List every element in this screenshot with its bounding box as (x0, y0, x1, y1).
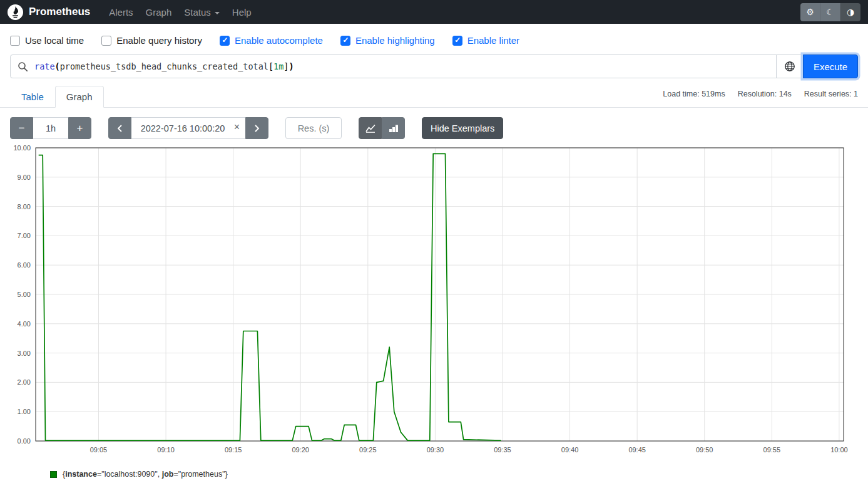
prometheus-logo (8, 4, 23, 20)
tab-table[interactable]: Table (10, 86, 55, 108)
globe-icon (784, 61, 795, 72)
checkbox-use-local-time[interactable]: Use local time (10, 35, 84, 46)
query-stats: Load time: 519ms Resolution: 14s Result … (663, 86, 858, 98)
chart-type-group (359, 117, 405, 139)
checkbox-label: Use local time (25, 35, 84, 46)
checkbox-label: Enable linter (467, 35, 519, 46)
legend-swatch (50, 471, 57, 478)
top-navbar: Prometheus Alerts Graph Status Help ⚙ ☾ … (0, 0, 868, 24)
x-tick-label: 09:40 (561, 446, 579, 454)
query-options-row: Use local time Enable query history Enab… (0, 24, 868, 54)
nav-status[interactable]: Status (178, 3, 226, 21)
y-tick-label: 2.00 (18, 378, 31, 386)
query-token: ] (283, 61, 288, 71)
x-tick-label: 09:30 (427, 446, 444, 454)
checkbox-label: Enable autocomplete (235, 35, 323, 46)
query-token: [ (268, 61, 273, 71)
y-tick-label: 8.00 (18, 203, 31, 210)
range-increase-button[interactable]: + (68, 117, 91, 139)
settings-button[interactable]: ⚙ (800, 3, 820, 21)
series-line (39, 153, 501, 440)
y-tick-label: 5.00 (18, 291, 31, 298)
query-token: prometheus_tsdb_head_chunks_created_tota… (60, 61, 268, 71)
y-tick-label: 9.00 (18, 174, 31, 181)
load-time-stat: Load time: 519ms (663, 90, 725, 98)
checkbox-enable-query-history[interactable]: Enable query history (101, 35, 202, 46)
checkbox-enable-highlighting[interactable]: Enable highlighting (340, 35, 435, 46)
query-expression-input[interactable]: rate(prometheus_tsdb_head_chunks_created… (34, 55, 776, 78)
y-tick-label: 6.00 (18, 261, 31, 269)
time-group: × (108, 117, 268, 139)
graph-panel: 09:0509:1009:1509:2009:2509:3009:3509:40… (5, 145, 858, 457)
time-back-button[interactable] (108, 117, 131, 139)
nav-help[interactable]: Help (226, 3, 258, 21)
auto-theme-button[interactable]: ◑ (840, 3, 860, 21)
checkbox-enable-autocomplete[interactable]: Enable autocomplete (220, 35, 323, 46)
x-tick-label: 09:25 (359, 446, 377, 454)
checkbox-icon[interactable] (101, 36, 111, 46)
query-input-group[interactable]: rate(prometheus_tsdb_head_chunks_created… (10, 54, 803, 78)
checkbox-label: Enable highlighting (355, 35, 435, 46)
x-tick-label: 09:35 (494, 446, 511, 454)
checkbox-checked-icon[interactable] (340, 36, 350, 46)
x-tick-label: 09:20 (292, 446, 309, 454)
x-tick-label: 09:10 (157, 446, 175, 454)
checkbox-icon[interactable] (10, 36, 20, 46)
range-decrease-button[interactable]: − (10, 117, 33, 139)
stacked-chart-toggle-button[interactable] (382, 117, 405, 139)
gear-icon: ⚙ (806, 7, 814, 17)
query-token: ( (55, 61, 60, 71)
nav-links: Alerts Graph Status Help (103, 3, 800, 21)
legend[interactable]: {instance="localhost:9090", job="prometh… (50, 470, 868, 479)
search-icon (11, 55, 34, 78)
brand[interactable]: Prometheus (8, 4, 90, 20)
y-tick-label: 4.00 (18, 320, 31, 328)
dark-theme-button[interactable]: ☾ (820, 3, 840, 21)
panel-tabs: Table Graph (10, 86, 104, 107)
graph-controls: − + × Hide Exemplars (10, 117, 858, 139)
metrics-explorer-button[interactable] (776, 55, 802, 78)
graph-canvas[interactable]: 09:0509:1009:1509:2009:2509:3009:3509:40… (5, 145, 848, 457)
resolution-group (285, 117, 342, 139)
result-series-stat: Result series: 1 (804, 90, 858, 98)
plus-icon: + (77, 122, 83, 135)
nav-graph[interactable]: Graph (140, 3, 178, 21)
clear-time-icon[interactable]: × (234, 122, 240, 132)
x-tick-label: 09:15 (225, 446, 242, 454)
stacked-chart-icon (389, 124, 399, 133)
time-forward-button[interactable] (245, 117, 268, 139)
chevron-down-icon (215, 12, 220, 14)
x-tick-label: 09:55 (763, 446, 781, 454)
theme-settings-group: ⚙ ☾ ◑ (800, 3, 860, 21)
nav-status-label: Status (184, 7, 211, 18)
y-tick-label: 0.00 (18, 437, 31, 445)
hide-exemplars-button[interactable]: Hide Exemplars (422, 117, 503, 139)
checkbox-checked-icon[interactable] (452, 36, 462, 46)
range-group: − + (10, 117, 91, 139)
execute-button[interactable]: Execute (803, 54, 858, 78)
line-chart-toggle-button[interactable] (359, 117, 382, 139)
legend-label: {instance="localhost:9090", job="prometh… (63, 470, 228, 479)
x-tick-label: 09:05 (90, 446, 108, 454)
line-chart-icon (365, 124, 375, 133)
checkbox-enable-linter[interactable]: Enable linter (452, 35, 519, 46)
chevron-left-icon (117, 124, 123, 133)
resolution-input[interactable] (285, 117, 342, 139)
x-tick-label: 09:45 (628, 446, 646, 454)
minus-icon: − (19, 122, 25, 135)
y-tick-label: 10.00 (13, 145, 31, 152)
query-row: rate(prometheus_tsdb_head_chunks_created… (10, 54, 858, 78)
chevron-right-icon (254, 124, 260, 133)
resolution-stat: Resolution: 14s (738, 90, 792, 98)
query-token: ) (288, 61, 294, 71)
datetime-input[interactable] (131, 117, 245, 139)
y-tick-label: 1.00 (18, 408, 31, 415)
checkbox-checked-icon[interactable] (220, 36, 230, 46)
contrast-icon: ◑ (847, 7, 854, 17)
query-token: rate (34, 61, 55, 71)
nav-alerts[interactable]: Alerts (103, 3, 139, 21)
datetime-wrap: × (131, 117, 245, 139)
range-input[interactable] (33, 117, 68, 139)
tab-graph[interactable]: Graph (55, 86, 104, 108)
checkbox-label: Enable query history (116, 35, 202, 46)
